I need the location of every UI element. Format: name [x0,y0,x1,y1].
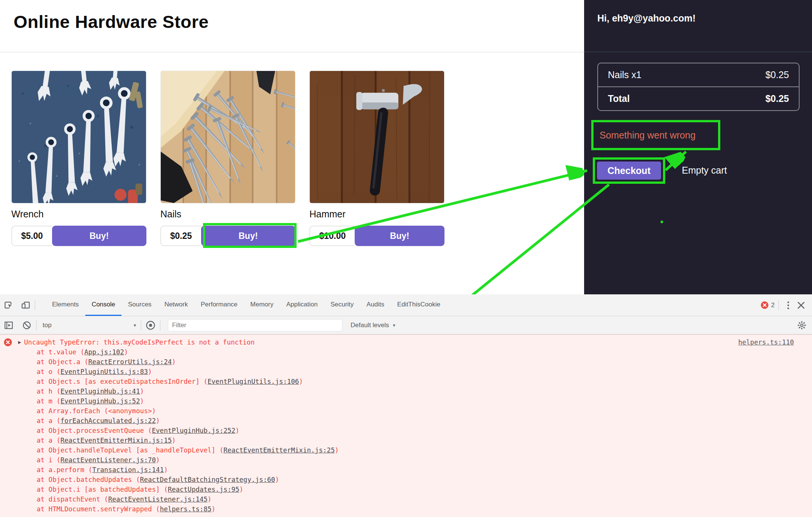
eye-icon[interactable] [145,320,156,331]
inspect-element-icon[interactable] [3,300,14,311]
stack-file-link[interactable]: ReactEventListener.js:145 [108,495,208,503]
stack-line: at o (EventPluginUtils.js:83) [37,367,812,377]
clear-console-icon[interactable] [21,320,32,331]
product-card-nails: Nails $0.25 Buy! [160,71,295,246]
kebab-menu-icon[interactable] [783,300,794,311]
stack-file-link[interactable]: helpers.ts:85 [160,505,212,513]
context-selector-value: top [43,322,52,329]
stack-file-link[interactable]: ReactDefaultBatchingStrategy.js:60 [140,476,275,483]
error-icon [4,338,12,346]
product-price: $5.00 [11,226,52,246]
cart-summary-table: Nails x1 $0.25 Total $0.25 [597,63,800,111]
stack-file-link[interactable]: ReactEventEmitterMixin.js:15 [60,437,172,444]
stack-file-link[interactable]: ReactUpdates.js:95 [168,486,240,493]
price-buy-row: $0.25 Buy! [160,226,295,246]
console-sidebar-icon[interactable] [3,320,14,331]
cart-item-label: Nails x1 [608,69,641,80]
cart-item-price: $0.25 [765,69,789,80]
buy-button-nails[interactable]: Buy! [201,226,295,246]
buy-button-hammer[interactable]: Buy! [355,226,444,246]
checkout-button[interactable]: Checkout [597,162,661,180]
stack-line: at Object.handleTopLevel [as _handleTopL… [37,445,812,455]
tabbar-right-cluster: 2 [761,300,812,311]
settings-gear-icon[interactable] [796,320,807,331]
expand-triangle-icon[interactable]: ▶ [18,337,21,347]
hammer-product-image [309,71,444,203]
chevron-down-icon: ▼ [392,323,396,328]
page-title: Online Hardware Store [0,0,584,32]
stack-file-link[interactable]: forEachAccumulated.js:22 [60,417,156,425]
stack-file-link[interactable]: EventPluginUtils.js:83 [60,368,148,375]
stack-line: at Object.a (ReactErrorUtils.js:24) [37,357,812,367]
stack-file-link[interactable]: ReactEventEmitterMixin.js:25 [223,446,335,454]
product-name: Nails [160,209,295,220]
toolbar-divider [160,320,160,330]
device-toolbar-icon[interactable] [20,300,31,311]
screenshot-root: Online Hardware Store [0,0,812,517]
stack-line: at Object.i [as batchedUpdates] (ReactUp… [37,485,812,494]
stack-line: at Object.s [as executeDispatchesInOrder… [37,377,812,386]
stack-file-link[interactable]: ReactErrorUtils.js:24 [88,358,172,366]
console-toolbar: top ▼ Default levels ▼ [0,316,812,334]
stack-line: at a (forEachAccumulated.js:22) [37,416,812,426]
tab-network[interactable]: Network [158,294,194,316]
buy-button-wrench[interactable]: Buy! [52,226,146,246]
tab-memory[interactable]: Memory [244,294,280,316]
stack-file-link[interactable]: EventPluginHub.js:252 [152,427,235,434]
cart-total-value: $0.25 [765,93,789,104]
console-source-link[interactable]: helpers.ts:110 [738,337,794,347]
stack-line: at dispatchEvent (ReactEventListener.js:… [37,494,812,504]
tab-application[interactable]: Application [280,294,324,316]
stack-line: at HTMLDocument.sentryWrapped (helpers.t… [37,504,812,514]
empty-cart-link[interactable]: Empty cart [682,165,727,176]
stack-file-link[interactable]: Transaction.js:141 [92,466,164,474]
tabbar-divider [778,300,779,310]
annotation-box-checkout: Checkout [593,157,665,184]
user-greeting: Hi, eh9y@yahoo.com! [584,0,812,24]
filter-input[interactable] [168,319,342,331]
product-price: $10.00 [309,226,355,246]
console-error-row: ▶ Uncaught TypeError: this.myCodeIsPerfe… [0,335,812,347]
tab-elements[interactable]: Elements [46,294,85,316]
error-badge-icon [761,301,769,309]
toolbar-divider [141,320,141,330]
context-selector[interactable]: top ▼ [43,322,137,329]
stack-file-link[interactable]: App.js:102 [84,348,124,356]
stack-file-link[interactable]: EventPluginHub.js:52 [60,397,140,405]
stack-line: at Array.forEach (<anonymous>) [37,406,812,416]
stack-line: at t.value (App.js:102) [37,347,812,357]
stack-line: at a (ReactEventEmitterMixin.js:15) [37,435,812,445]
annotation-box-error-message: Something went wrong [591,120,720,150]
tab-security[interactable]: Security [324,294,360,316]
tab-audits[interactable]: Audits [360,294,391,316]
product-name: Hammer [309,209,444,220]
stack-file-link[interactable]: EventPluginUtils.js:106 [208,378,299,385]
error-count: 2 [771,302,775,309]
wrench-product-image [11,71,146,203]
devtools-panel: ElementsConsoleSourcesNetworkPerformance… [0,294,812,517]
cart-total-row: Total $0.25 [598,86,799,110]
tab-console[interactable]: Console [85,294,121,316]
tab-performance[interactable]: Performance [194,294,244,316]
product-name: Wrench [11,209,146,220]
cart-item-row: Nails x1 $0.25 [598,63,799,86]
stack-line: at h (EventPluginHub.js:41) [37,386,812,396]
product-price: $0.25 [160,226,201,246]
tab-sources[interactable]: Sources [121,294,158,316]
stack-file-link[interactable]: EventPluginHub.js:41 [60,388,140,395]
product-card-wrench: Wrench $5.00 Buy! [11,71,146,246]
stack-line: at m (EventPluginHub.js:52) [37,396,812,406]
panel-divider [584,52,812,52]
stack-line: at Object.batchedUpdates (ReactDefaultBa… [37,475,812,485]
tab-editthiscookie[interactable]: EditThisCookie [391,294,447,316]
stack-line: at a.perform (Transaction.js:141) [37,465,812,475]
error-count-badge: 2 [761,301,775,309]
close-devtools-icon[interactable] [795,300,807,311]
product-card-hammer: Hammer $10.00 Buy! [309,71,444,246]
toolbar-divider [35,300,35,310]
stack-file-link[interactable]: ReactEventListener.js:70 [60,456,156,464]
levels-dropdown[interactable]: Default levels ▼ [351,322,396,329]
stack-line: at i (ReactEventListener.js:70) [37,455,812,465]
price-buy-row: $10.00 Buy! [309,226,444,246]
stack-trace: at t.value (App.js:102)at Object.a (Reac… [0,347,812,514]
